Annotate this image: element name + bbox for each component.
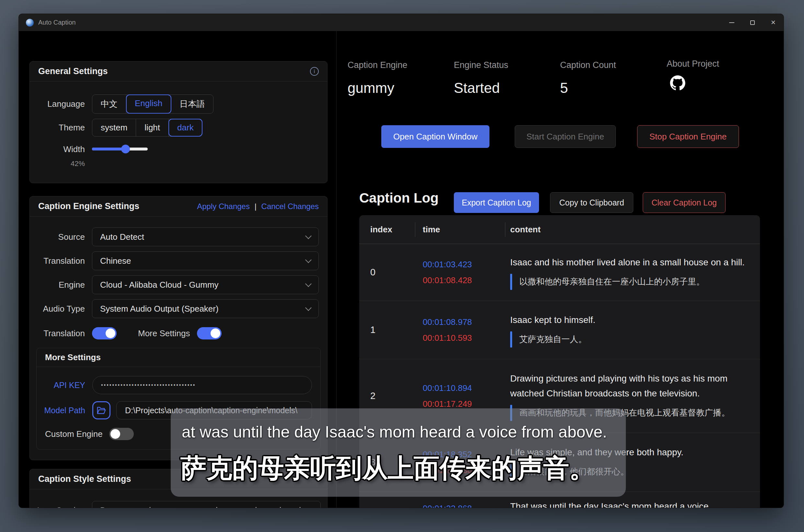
cancel-changes-link[interactable]: Cancel Changes bbox=[261, 202, 319, 211]
export-caption-log-button[interactable]: Export Caption Log bbox=[454, 192, 539, 213]
translation-value: Chinese bbox=[100, 256, 306, 266]
caption-overlay-window[interactable]: at was until the day Isaac's mom heard a… bbox=[171, 408, 626, 497]
width-row: Width 42% bbox=[30, 144, 319, 168]
title-bar: Auto Caption ✕ bbox=[19, 14, 784, 31]
audio-type-label: Audio Type bbox=[30, 304, 85, 314]
maximize-button[interactable] bbox=[742, 14, 763, 31]
apply-changes-link[interactable]: Apply Changes bbox=[197, 202, 250, 211]
caption-log-title: Caption Log bbox=[359, 190, 439, 206]
table-row[interactable]: 0 00:01:03.423 00:01:08.428 Isaac and hi… bbox=[359, 244, 760, 301]
general-settings-title: General Settings bbox=[38, 66, 108, 76]
engine-label: Engine bbox=[30, 280, 85, 290]
stat-value: gummy bbox=[348, 80, 407, 96]
caption-english: That was until the day Isaac's mom heard… bbox=[510, 499, 724, 508]
window-controls: ✕ bbox=[721, 14, 784, 31]
engine-settings-title: Caption Engine Settings bbox=[38, 201, 139, 211]
long-caption-label: LongCaption bbox=[30, 506, 85, 508]
language-option-en[interactable]: English bbox=[126, 95, 171, 113]
header-content: content bbox=[505, 225, 760, 234]
clear-caption-log-button[interactable]: Clear Caption Log bbox=[643, 192, 726, 213]
browse-folder-button[interactable] bbox=[92, 401, 110, 419]
close-button[interactable]: ✕ bbox=[763, 14, 784, 31]
toggle-knob bbox=[211, 328, 220, 338]
header-time: time bbox=[415, 225, 505, 234]
theme-option-light[interactable]: light bbox=[136, 119, 169, 136]
start-caption-engine-button[interactable]: Start Caption Engine bbox=[515, 125, 616, 148]
header-divider bbox=[505, 222, 505, 237]
translation-toggle[interactable] bbox=[92, 327, 116, 340]
row-time: 00:01:08.978 00:01:10.593 bbox=[415, 301, 505, 359]
theme-option-dark[interactable]: dark bbox=[169, 119, 202, 136]
row-time: 00:01:03.423 00:01:08.428 bbox=[415, 244, 505, 301]
source-select[interactable]: Auto Detect bbox=[92, 228, 319, 246]
caption-chinese: 以撒和他的母亲独自住在一座小山上的小房子里。 bbox=[519, 276, 705, 287]
theme-segmented-control: system light dark bbox=[92, 119, 202, 136]
source-value: Auto Detect bbox=[100, 232, 306, 242]
chevron-down-icon bbox=[307, 506, 314, 508]
api-key-row: API KEY ••••••••••••••••••••••••••••••••… bbox=[37, 376, 312, 394]
translation-accent-bar bbox=[510, 331, 512, 347]
stat-value: Started bbox=[454, 80, 508, 96]
row-content: Isaac and his mother lived alone in a sm… bbox=[505, 244, 760, 301]
start-time: 00:01:03.423 bbox=[423, 260, 505, 269]
link-separator: | bbox=[255, 202, 257, 211]
audio-type-value: System Audio Output (Speaker) bbox=[100, 304, 306, 314]
theme-label: Theme bbox=[30, 122, 85, 133]
app-logo-icon bbox=[26, 19, 34, 26]
api-key-input[interactable]: •••••••••••••••••••••••••••••••••• bbox=[92, 376, 312, 394]
row-index: 0 bbox=[359, 244, 415, 301]
window-title: Auto Caption bbox=[38, 19, 76, 26]
audio-type-select[interactable]: System Audio Output (Speaker) bbox=[92, 299, 319, 318]
translation-toggle-label: Translation bbox=[30, 328, 85, 339]
stat-label: Engine Status bbox=[454, 60, 508, 70]
row-content: Isaac kept to himself. 艾萨克独自一人。 bbox=[505, 301, 760, 359]
language-option-zh[interactable]: 中文 bbox=[92, 95, 126, 113]
info-icon[interactable]: i bbox=[310, 67, 319, 76]
width-slider-fill bbox=[92, 148, 125, 151]
table-row[interactable]: 1 00:01:08.978 00:01:10.593 Isaac kept t… bbox=[359, 301, 760, 359]
custom-engine-toggle[interactable] bbox=[109, 428, 134, 440]
engine-select[interactable]: Cloud - Alibaba Cloud - Gummy bbox=[92, 276, 319, 294]
language-label: Language bbox=[30, 99, 85, 109]
long-caption-row: LongCaption Do not wrap (truncate conten… bbox=[30, 501, 319, 508]
end-time: 00:01:10.593 bbox=[423, 333, 505, 343]
caption-english: Drawing pictures and playing with his to… bbox=[510, 371, 730, 401]
end-time: 00:01:17.249 bbox=[423, 399, 505, 409]
language-option-ja[interactable]: 日本語 bbox=[171, 95, 213, 113]
end-time: 00:01:08.428 bbox=[423, 276, 505, 285]
stop-caption-engine-button[interactable]: Stop Caption Engine bbox=[637, 125, 739, 148]
folder-open-icon bbox=[96, 405, 107, 416]
width-slider-knob[interactable] bbox=[121, 145, 130, 153]
width-value: 42% bbox=[71, 159, 85, 168]
start-time: 00:01:08.978 bbox=[423, 317, 505, 327]
chevron-down-icon bbox=[305, 281, 312, 287]
engine-settings-header: Caption Engine Settings Apply Changes | … bbox=[30, 196, 327, 216]
source-row: Source Auto Detect bbox=[30, 228, 319, 246]
theme-option-system[interactable]: system bbox=[92, 119, 136, 136]
chevron-down-icon bbox=[305, 256, 312, 263]
long-caption-value: Do not wrap (truncate content that excee… bbox=[100, 506, 308, 508]
general-settings-card: General Settings i Language 中文 English 日… bbox=[30, 61, 328, 183]
overlay-caption-english: at was until the day Isaac's mom heard a… bbox=[182, 423, 607, 441]
more-settings-toggle-label: More Settings bbox=[138, 328, 190, 339]
stat-value: 5 bbox=[560, 80, 616, 96]
api-key-label: API KEY bbox=[37, 381, 85, 390]
width-slider[interactable] bbox=[92, 148, 148, 151]
stat-label: Caption Engine bbox=[348, 60, 407, 70]
engine-header-links: Apply Changes | Cancel Changes bbox=[197, 202, 319, 211]
start-time: 00:01:10.894 bbox=[423, 383, 505, 393]
long-caption-select[interactable]: Do not wrap (truncate content that excee… bbox=[92, 501, 321, 508]
open-caption-window-button[interactable]: Open Caption Window bbox=[381, 125, 490, 148]
width-label: Width bbox=[63, 144, 85, 154]
translation-select[interactable]: Chinese bbox=[92, 251, 319, 270]
more-settings-toggle[interactable] bbox=[197, 327, 222, 340]
stat-label: Caption Count bbox=[560, 60, 616, 70]
chevron-down-icon bbox=[305, 304, 312, 311]
overlay-caption-chinese: 萨克的母亲听到从上面传来的声音。 bbox=[180, 451, 595, 486]
github-icon[interactable] bbox=[670, 75, 686, 91]
copy-to-clipboard-button[interactable]: Copy to Clipboard bbox=[550, 192, 633, 213]
minimize-button[interactable] bbox=[721, 14, 742, 31]
header-divider bbox=[415, 222, 415, 237]
model-path-label: Model Path bbox=[37, 406, 85, 415]
toggle-knob bbox=[110, 429, 120, 439]
